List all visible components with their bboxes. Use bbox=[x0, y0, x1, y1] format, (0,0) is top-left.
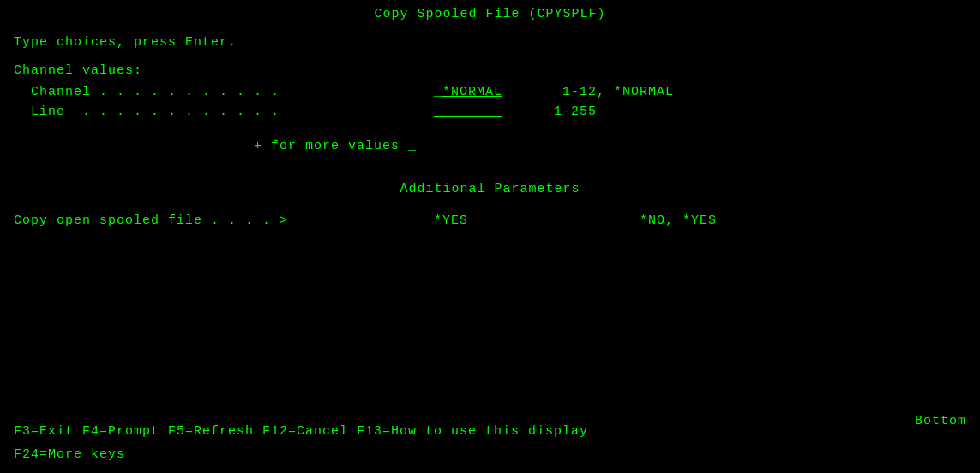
bottom-label: Bottom bbox=[915, 414, 966, 428]
function-keys-line1[interactable]: F3=Exit F4=Prompt F5=Refresh F12=Cancel … bbox=[14, 420, 588, 443]
line-field-row: Line . . . . . . . . . . . . ________ 1-… bbox=[14, 105, 966, 119]
additional-params-label: Additional Parameters bbox=[14, 182, 966, 196]
function-keys-line2[interactable]: F24=More keys bbox=[14, 443, 588, 466]
function-keys: F3=Exit F4=Prompt F5=Refresh F12=Cancel … bbox=[14, 420, 588, 466]
line-value[interactable]: ________ bbox=[434, 105, 520, 119]
copy-open-hint: *NO, *YES bbox=[554, 213, 717, 228]
screen-title: Copy Spooled File (CPYSPLF) bbox=[14, 7, 966, 21]
copy-open-value[interactable]: *YES bbox=[434, 213, 520, 228]
channel-section-label: Channel values: bbox=[14, 63, 966, 78]
line-hint: 1-255 bbox=[554, 105, 597, 119]
terminal-screen: Copy Spooled File (CPYSPLF) Type choices… bbox=[0, 0, 980, 473]
channel-hint: 1-12, *NORMAL bbox=[562, 85, 674, 99]
more-values-row: + for more values _ bbox=[219, 124, 966, 168]
instruction-text: Type choices, press Enter. bbox=[14, 35, 966, 50]
copy-open-row: Copy open spooled file . . . . > *YES *N… bbox=[14, 213, 966, 228]
channel-label: Channel . . . . . . . . . . . bbox=[14, 85, 434, 99]
channel-cursor: _ bbox=[434, 85, 442, 99]
channel-value[interactable]: *NORMAL bbox=[442, 85, 528, 99]
more-values-text: + for more values _ bbox=[254, 139, 417, 153]
channel-field-row: Channel . . . . . . . . . . . _ *NORMAL … bbox=[14, 85, 966, 99]
copy-open-label: Copy open spooled file . . . . > bbox=[14, 213, 434, 228]
line-label: Line . . . . . . . . . . . . bbox=[14, 105, 434, 119]
